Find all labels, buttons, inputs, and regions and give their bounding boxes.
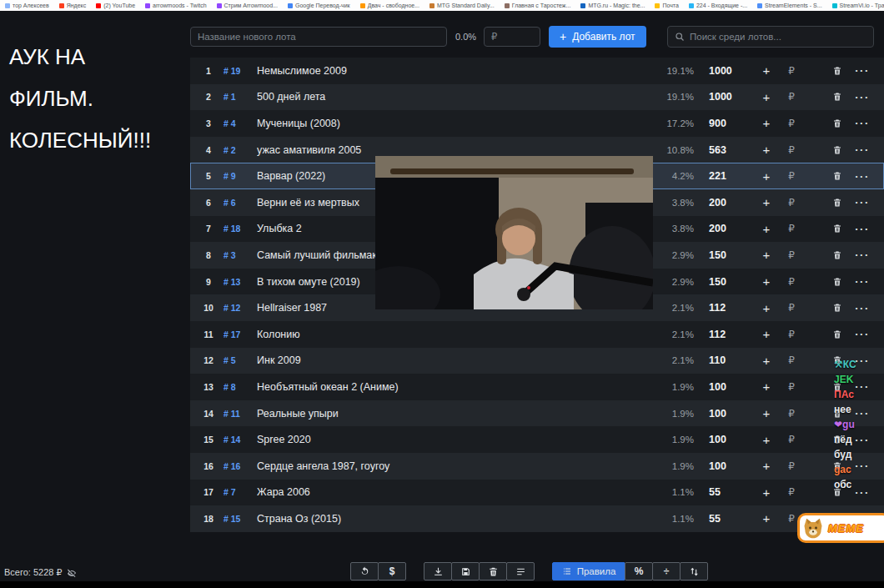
delete-lot-button[interactable] [826, 224, 849, 234]
lot-title[interactable]: Страна Оз (2015) [257, 513, 644, 525]
add-amount-button[interactable]: + [754, 143, 779, 157]
lot-title[interactable]: Колонию [257, 329, 644, 340]
lot-title[interactable]: ужас амативиля 2005 [257, 144, 644, 156]
currency-button[interactable]: ₽ [779, 486, 804, 498]
lot-amount[interactable]: 200 [709, 197, 754, 209]
add-amount-button[interactable]: + [754, 169, 779, 183]
lot-row[interactable]: 3 # 4 Мученицы (2008) 17.2% 900 + ₽ ··· [190, 110, 884, 137]
add-amount-button[interactable]: + [754, 222, 779, 236]
add-amount-button[interactable]: + [754, 485, 779, 500]
add-amount-button[interactable]: + [754, 90, 779, 104]
save-button[interactable] [451, 562, 480, 580]
lot-title[interactable]: Сердце ангела 1987, гоугоу [257, 460, 644, 472]
more-options-button[interactable]: ··· [849, 117, 876, 129]
lot-amount[interactable]: 200 [709, 223, 754, 234]
rules-button[interactable]: Правила [552, 562, 625, 580]
lot-amount[interactable]: 900 [709, 118, 754, 129]
add-amount-button[interactable]: + [754, 354, 779, 368]
lot-row[interactable]: 14 # 11 Реальные упыри 1.9% 100 + ₽ ··· [190, 400, 884, 427]
more-options-button[interactable]: ··· [849, 302, 876, 314]
delete-lot-button[interactable] [826, 303, 849, 313]
bookmark-item[interactable]: 224 - Входящие -... [689, 3, 747, 8]
lot-row[interactable]: 15 # 14 Spree 2020 1.9% 100 + ₽ ··· [190, 426, 884, 453]
bookmark-item[interactable]: Почта [655, 3, 678, 8]
add-lot-button[interactable]: + Добавить лот [549, 26, 646, 48]
currency-button[interactable]: ₽ [779, 434, 804, 445]
delete-lot-button[interactable] [826, 66, 849, 76]
add-amount-button[interactable]: + [754, 379, 779, 394]
lot-amount[interactable]: 563 [709, 144, 754, 156]
lot-amount[interactable]: 55 [709, 486, 754, 498]
bookmark-item[interactable]: Двач - свободное... [360, 3, 419, 8]
lot-title[interactable]: Реальные упыри [257, 408, 644, 420]
search-box[interactable] [667, 26, 874, 48]
lot-amount[interactable]: 150 [709, 276, 754, 288]
bookmark-item[interactable]: arrowmoods - Twitch [145, 3, 206, 8]
add-amount-button[interactable]: + [754, 116, 779, 130]
currency-button[interactable]: ₽ [779, 170, 804, 182]
new-lot-amount-input[interactable] [484, 27, 540, 47]
lot-title[interactable]: Spree 2020 [257, 434, 644, 445]
delete-lot-button[interactable] [826, 198, 849, 208]
more-options-button[interactable]: ··· [849, 328, 876, 340]
lot-amount[interactable]: 100 [709, 460, 754, 472]
sort-button[interactable] [680, 562, 708, 580]
currency-button[interactable]: ₽ [779, 302, 804, 314]
lot-amount[interactable]: 221 [709, 170, 754, 182]
lot-row[interactable]: 2 # 1 500 дней лета 19.1% 1000 + ₽ ··· [190, 84, 884, 111]
lot-amount[interactable]: 100 [709, 408, 754, 420]
delete-lot-button[interactable] [826, 118, 849, 128]
currency-button[interactable]: ₽ [779, 249, 804, 261]
lot-title[interactable]: 500 дней лета [257, 91, 644, 103]
add-amount-button[interactable]: + [754, 301, 779, 315]
lot-amount[interactable]: 112 [709, 329, 754, 340]
add-amount-button[interactable]: + [754, 511, 779, 525]
bookmark-item[interactable]: StreamElements - S... [757, 3, 821, 8]
lot-title[interactable]: Необъятный океан 2 (Аниме) [257, 381, 644, 393]
bookmark-item[interactable]: MTG.ru - Magic: the... [580, 3, 645, 8]
bookmark-item[interactable]: Стрим Arrowmood... [217, 3, 278, 8]
clear-all-button[interactable] [479, 562, 507, 580]
more-options-button[interactable]: ··· [849, 91, 876, 103]
currency-button[interactable]: ₽ [779, 144, 804, 156]
delete-lot-button[interactable] [826, 145, 849, 155]
lot-title[interactable]: Жара 2006 [257, 486, 644, 498]
add-amount-button[interactable]: + [754, 248, 779, 262]
lot-row[interactable]: 11 # 17 Колонию 2.1% 112 + ₽ ··· [190, 321, 884, 348]
more-options-button[interactable]: ··· [849, 64, 876, 77]
delete-lot-button[interactable] [826, 329, 849, 339]
more-options-button[interactable]: ··· [849, 223, 876, 235]
more-options-button[interactable]: ··· [849, 249, 876, 261]
divide-button[interactable]: ÷ [652, 562, 681, 580]
add-amount-button[interactable]: + [754, 195, 779, 209]
currency-button[interactable]: ₽ [779, 354, 804, 366]
add-amount-button[interactable]: + [754, 406, 779, 420]
lot-row[interactable]: 16 # 16 Сердце ангела 1987, гоугоу 1.9% … [190, 453, 884, 480]
currency-button[interactable]: ₽ [779, 381, 804, 393]
lot-amount[interactable]: 100 [709, 381, 754, 393]
lot-amount[interactable]: 100 [709, 434, 754, 445]
lot-amount[interactable]: 112 [709, 302, 754, 314]
bookmark-item[interactable]: Яндекс [59, 3, 87, 8]
currency-button[interactable]: ₽ [779, 223, 804, 234]
currency-button[interactable]: ₽ [779, 197, 804, 209]
add-amount-button[interactable]: + [754, 459, 779, 473]
lot-amount[interactable]: 1000 [709, 65, 754, 77]
lot-row[interactable]: 13 # 8 Необъятный океан 2 (Аниме) 1.9% 1… [190, 374, 884, 400]
currency-button[interactable]: ₽ [779, 118, 804, 129]
new-lot-name-input[interactable] [190, 27, 447, 47]
lot-row[interactable]: 17 # 7 Жара 2006 1.1% 55 + ₽ ··· [190, 480, 884, 506]
more-options-button[interactable]: ··· [849, 275, 876, 288]
queue-button[interactable] [506, 562, 535, 580]
download-button[interactable] [424, 562, 452, 580]
delete-lot-button[interactable] [826, 171, 849, 181]
search-input[interactable] [690, 28, 866, 46]
more-options-button[interactable]: ··· [849, 196, 876, 209]
lot-amount[interactable]: 55 [709, 513, 754, 525]
lot-row[interactable]: 12 # 5 Инк 2009 2.1% 110 + ₽ ··· [190, 348, 884, 374]
add-amount-button[interactable]: + [754, 327, 779, 341]
bookmark-item[interactable]: MTG Standard Daily... [429, 3, 495, 8]
lot-row[interactable]: 18 # 15 Страна Оз (2015) 1.1% 55 + ₽ ··· [190, 505, 884, 532]
more-options-button[interactable]: ··· [849, 143, 876, 156]
lot-title[interactable]: Инк 2009 [257, 354, 644, 366]
